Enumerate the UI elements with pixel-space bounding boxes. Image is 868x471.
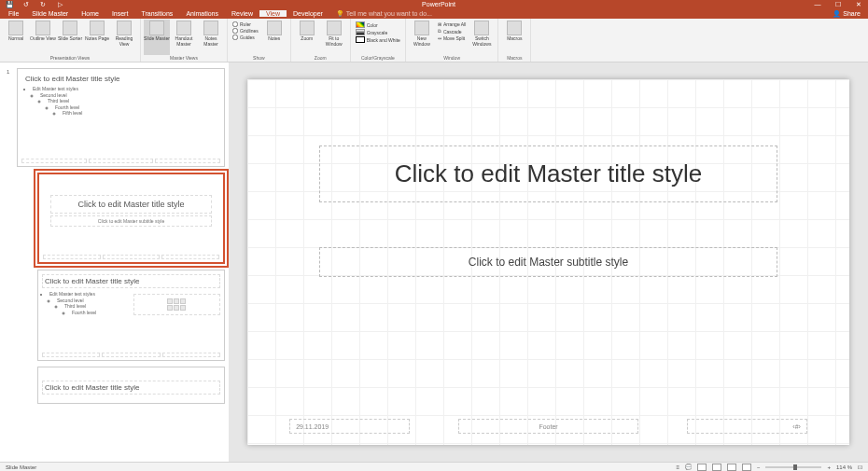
- arrange-all-button[interactable]: ⊞Arrange All: [438, 21, 466, 27]
- new-window-button[interactable]: New Window: [409, 20, 435, 55]
- tab-view[interactable]: View: [259, 10, 287, 17]
- notes-button[interactable]: Notes: [261, 20, 287, 55]
- notes-master-icon: [203, 21, 218, 35]
- slide-master-button[interactable]: Slide Master: [144, 20, 170, 55]
- undo-icon[interactable]: ↺: [21, 1, 32, 8]
- share-label: Share: [843, 10, 861, 17]
- subtitle-text: Click to edit Master subtitle style: [328, 256, 768, 269]
- switch-icon: [474, 21, 489, 35]
- subtitle-placeholder[interactable]: Click to edit Master subtitle style: [319, 247, 777, 277]
- close-button[interactable]: ✕: [853, 1, 864, 8]
- app-title: PowerPoint: [422, 1, 455, 7]
- normal-icon: [8, 21, 23, 35]
- reading-view-button[interactable]: Reading View: [111, 20, 137, 55]
- macros-button[interactable]: Macros: [501, 20, 527, 55]
- zoom-icon: [300, 21, 315, 35]
- tab-file[interactable]: File: [2, 10, 25, 17]
- outline-view-button[interactable]: Outline View: [30, 20, 56, 55]
- thumb-title: Click to edit Master title style: [42, 274, 220, 288]
- thumb-title: Click to edit Master title style: [50, 195, 212, 214]
- slide-sorter-button[interactable]: Slide Sorter: [57, 20, 83, 55]
- move-split-button[interactable]: ⇔Move Split: [438, 35, 466, 41]
- tab-insert[interactable]: Insert: [105, 10, 135, 17]
- tab-transitions[interactable]: Transitions: [134, 10, 179, 17]
- thumb-subtitle: Click to edit Master subtitle style: [50, 215, 212, 227]
- color-option[interactable]: Color: [356, 21, 400, 28]
- layout-thumbnail-section-header[interactable]: Click to edit Master title style: [37, 367, 225, 404]
- group-label: Show: [231, 55, 287, 62]
- guides-checkbox[interactable]: Guides: [232, 35, 259, 40]
- group-label: Zoom: [294, 55, 347, 62]
- thumb-bullets: Edit Master text styles Second level Thi…: [25, 86, 217, 117]
- thumbnail-panel[interactable]: 1 Click to edit Master title style Edit …: [0, 62, 229, 462]
- date-placeholder[interactable]: 29.11.2019: [289, 419, 410, 434]
- notes-master-button[interactable]: Notes Master: [198, 20, 224, 55]
- zoom-in-button[interactable]: +: [827, 464, 831, 470]
- group-label: Macros: [501, 55, 527, 62]
- notes-icon: [267, 21, 282, 35]
- quick-access-toolbar: 💾 ↺ ↻ ▷: [4, 1, 65, 8]
- tell-me-label: Tell me what you want to do...: [346, 10, 432, 17]
- fit-to-window-status-button[interactable]: ⊡: [858, 464, 862, 470]
- grayscale-swatch-icon: [356, 29, 365, 35]
- sorter-icon: [63, 21, 77, 35]
- thumb-title: Click to edit Master title style: [42, 381, 220, 395]
- title-placeholder[interactable]: Click to edit Master title style: [319, 145, 777, 202]
- redo-icon[interactable]: ↻: [37, 1, 49, 8]
- bw-option[interactable]: Black and White: [356, 36, 400, 43]
- switch-windows-button[interactable]: Switch Windows: [469, 20, 495, 55]
- normal-view-button[interactable]: Normal: [3, 20, 29, 55]
- save-icon[interactable]: 💾: [4, 1, 15, 8]
- gridlines-checkbox[interactable]: Gridlines: [232, 28, 259, 34]
- footer-placeholder[interactable]: Footer: [458, 419, 639, 434]
- ruler-checkbox[interactable]: Ruler: [232, 21, 259, 27]
- layout-thumbnail-title-slide[interactable]: Click to edit Master title style Click t…: [37, 173, 225, 264]
- title-text: Click to edit Master title style: [329, 159, 766, 188]
- bw-swatch-icon: [356, 36, 365, 43]
- status-right: ≡ 💬 − + 114 % ⊡: [676, 464, 862, 471]
- maximize-button[interactable]: ☐: [833, 1, 844, 8]
- fit-to-window-button[interactable]: Fit to Window: [321, 20, 347, 55]
- grayscale-option[interactable]: Grayscale: [356, 29, 400, 35]
- status-bar: Slide Master ≡ 💬 − + 114 % ⊡: [0, 462, 868, 471]
- tab-review[interactable]: Review: [225, 10, 259, 17]
- comments-status-button[interactable]: 💬: [685, 464, 692, 470]
- cascade-button[interactable]: ⧉Cascade: [438, 28, 466, 35]
- zoom-button[interactable]: Zoom: [294, 20, 320, 55]
- slideshow-status-button[interactable]: [742, 464, 751, 471]
- group-window: New Window ⊞Arrange All ⧉Cascade ⇔Move S…: [406, 19, 498, 62]
- layout-thumbnail-title-content[interactable]: Click to edit Master title style Edit Ma…: [37, 270, 225, 361]
- outline-icon: [35, 21, 50, 35]
- notes-page-button[interactable]: Notes Page: [84, 20, 110, 55]
- group-label: Master Views: [144, 55, 224, 62]
- group-label: Window: [409, 55, 495, 62]
- handout-master-button[interactable]: Handout Master: [171, 20, 197, 55]
- thumb-number: 1: [7, 69, 9, 75]
- minimize-button[interactable]: —: [812, 1, 823, 8]
- master-thumbnail[interactable]: 1 Click to edit Master title style Edit …: [17, 68, 225, 167]
- tab-home[interactable]: Home: [75, 10, 105, 17]
- zoom-out-button[interactable]: −: [757, 464, 761, 470]
- ribbon-tabs: File Slide Master Home Insert Transition…: [0, 8, 868, 19]
- tab-animations[interactable]: Animations: [179, 10, 225, 17]
- zoom-level[interactable]: 114 %: [836, 464, 852, 470]
- sorter-view-status-button[interactable]: [712, 464, 721, 471]
- notes-page-icon: [90, 21, 105, 35]
- tab-developer[interactable]: Developer: [287, 10, 329, 17]
- zoom-slider[interactable]: [765, 466, 821, 468]
- normal-view-status-button[interactable]: [697, 464, 707, 471]
- reading-icon: [117, 21, 132, 35]
- reading-view-status-button[interactable]: [727, 464, 736, 471]
- group-zoom: Zoom Fit to Window Zoom: [291, 19, 351, 62]
- notes-status-button[interactable]: ≡: [676, 464, 679, 470]
- tell-me-search[interactable]: 💡 Tell me what you want to do...: [329, 10, 439, 18]
- fit-icon: [327, 21, 342, 35]
- slide-canvas[interactable]: Click to edit Master title style Click t…: [247, 79, 849, 445]
- start-from-beginning-icon[interactable]: ▷: [54, 1, 65, 8]
- new-window-icon: [414, 21, 429, 35]
- tab-slide-master[interactable]: Slide Master: [25, 10, 75, 17]
- share-button[interactable]: 👤 Share: [825, 10, 868, 18]
- ribbon: Normal Outline View Slide Sorter Notes P…: [0, 19, 868, 62]
- slide-number-placeholder[interactable]: ‹#›: [687, 419, 807, 434]
- group-presentation-views: Normal Outline View Slide Sorter Notes P…: [0, 19, 141, 62]
